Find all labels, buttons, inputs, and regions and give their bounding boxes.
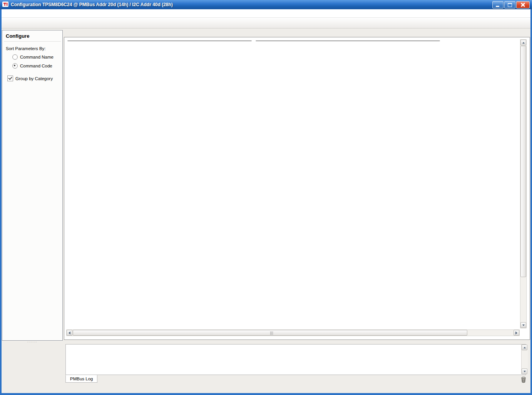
log-scroll-up-button[interactable]: [522, 345, 527, 350]
log-output[interactable]: [65, 344, 526, 375]
titlebar: Configuration TPSM8D6C24 @ PMBus Addr 20…: [0, 0, 532, 9]
tab-pmbus-log[interactable]: PMBus Log: [65, 375, 97, 383]
all-config-tab-content: [64, 37, 530, 340]
down-arrow-icon: [522, 324, 525, 326]
radio-label: Command Name: [20, 55, 54, 59]
command-table-right: [256, 40, 440, 41]
radio-icon: [12, 54, 18, 60]
configure-panel-title: Configure: [2, 30, 62, 41]
window-border-right: [530, 9, 532, 395]
radio-command-name[interactable]: Command Name: [2, 52, 62, 61]
toolbar: [2, 18, 530, 29]
maximize-button[interactable]: [504, 1, 515, 8]
radio-command-code[interactable]: Command Code: [2, 61, 62, 70]
minimize-icon: [496, 6, 499, 7]
down-arrow-icon: [524, 371, 526, 372]
scroll-left-button[interactable]: [67, 330, 72, 336]
left-arrow-icon: [69, 331, 70, 334]
log-scrollbar[interactable]: [521, 345, 528, 374]
up-arrow-icon: [524, 347, 526, 348]
app-icon: [2, 1, 8, 8]
configure-panel: Configure Sort Parameters By: Command Na…: [2, 30, 63, 341]
scroll-up-button[interactable]: [520, 40, 526, 45]
up-arrow-icon: [522, 42, 525, 44]
horizontal-scrollbar[interactable]: [66, 329, 520, 336]
radio-icon-selected: [12, 63, 18, 69]
log-panel: PMBus Log: [65, 344, 528, 383]
vertical-scroll-thumb[interactable]: [520, 46, 526, 277]
maximize-icon: [508, 3, 512, 7]
log-scroll-down-button[interactable]: [522, 368, 527, 374]
status-bar: [2, 385, 530, 393]
window-border-bottom: [0, 393, 532, 395]
close-button[interactable]: [516, 1, 530, 8]
splitter-grip[interactable]: ·····: [2, 341, 63, 344]
window-title: Configuration TPSM8D6C24 @ PMBus Addr 20…: [11, 2, 492, 7]
vertical-scrollbar[interactable]: [520, 39, 527, 328]
group-by-category-checkbox[interactable]: Group by Category: [2, 70, 62, 81]
thumb-grip-icon: [270, 331, 273, 335]
menu-bar: [2, 9, 530, 18]
trash-icon: [520, 377, 527, 383]
sort-parameters-label: Sort Parameters By:: [2, 42, 62, 52]
minimize-button[interactable]: [492, 1, 504, 8]
checkbox-label: Group by Category: [15, 76, 53, 81]
horizontal-scroll-thumb[interactable]: [73, 330, 467, 336]
window-border-left: [0, 9, 2, 395]
checkbox-icon: [7, 76, 13, 81]
clear-log-button[interactable]: [520, 377, 527, 384]
radio-label: Command Code: [20, 64, 52, 68]
command-table-left: [67, 40, 252, 41]
scroll-right-button[interactable]: [514, 330, 519, 336]
scroll-down-button[interactable]: [520, 322, 526, 328]
right-arrow-icon: [515, 331, 517, 334]
